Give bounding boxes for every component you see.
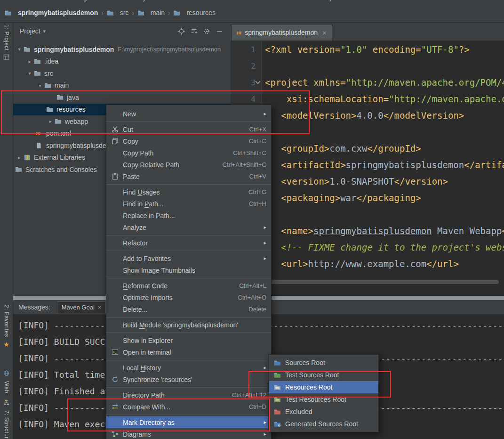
breadcrumb-item-resources[interactable]: resources	[173, 9, 215, 16]
tree-item-src[interactable]: ▾src	[13, 67, 231, 80]
menubar-item-analyze[interactable]: Analyze	[126, 0, 158, 1]
menu-separator	[106, 122, 271, 122]
menu-item-shortcut: Ctrl+Shift+C	[233, 149, 266, 156]
console-tab-maven-goal[interactable]: Maven Goal ×	[57, 301, 106, 313]
context-menu-item-refactor[interactable]: Refactor▸	[106, 237, 271, 249]
mark-directory-as-option-generated-sources-root[interactable]: Generated Sources Root	[269, 418, 378, 430]
menu-item-label: Compare With...	[123, 403, 170, 411]
menubar-item-help[interactable]: Help	[315, 0, 338, 1]
maven-icon: m	[237, 29, 241, 36]
context-menu-item-analyze[interactable]: Analyze▸	[106, 221, 271, 233]
horizontal-scrollbar[interactable]	[264, 280, 499, 284]
context-menu-item-directory-path[interactable]: Directory PathCtrl+Alt+F12	[106, 389, 271, 401]
settings-icon[interactable]	[203, 28, 210, 35]
mark-directory-as-option-test-resources-root[interactable]: Test Resources Root	[269, 393, 378, 406]
editor-area[interactable]: 1234567891011121314 <?xml version="1.0" …	[231, 41, 504, 296]
code-line	[265, 206, 504, 223]
menubar-item-refactor[interactable]: Refactor	[158, 0, 192, 1]
chevron-right-icon[interactable]: ▸	[25, 59, 34, 64]
editor-tab[interactable]: m springmybatisplusdemon ×	[231, 24, 332, 41]
navigation-breadcrumb-bar: springmybatisplusdemon›src›main›resource…	[0, 3, 504, 23]
chevron-down-icon[interactable]: ▾	[25, 71, 34, 76]
menu-item-shortcut: Ctrl+H	[249, 200, 266, 207]
context-menu-item-copy[interactable]: CopyCtrl+C	[106, 135, 271, 147]
mark-directory-as-option-sources-root[interactable]: Sources Root	[269, 357, 378, 369]
tool-stripe-project-button[interactable]: 1: Project	[0, 24, 13, 62]
context-menu-item-replace-in-path[interactable]: Replace in Path...	[106, 210, 271, 221]
context-menu-item-show-in-explorer[interactable]: Show in Explorer	[106, 334, 271, 346]
menu-item-shortcut: Delete	[248, 306, 266, 313]
mark-directory-as-option-excluded[interactable]: Excluded	[269, 406, 378, 418]
menu-item-label: Sources Root	[285, 359, 325, 366]
context-menu-item-local-history[interactable]: Local History▸	[106, 362, 271, 374]
context-menu-item-copy-relative-path[interactable]: Copy Relative PathCtrl+Alt+Shift+C	[106, 159, 271, 171]
menubar-item-build[interactable]: Build	[192, 0, 215, 1]
menubar-item-run[interactable]: Run	[215, 0, 236, 1]
menubar-item-window[interactable]: Window	[283, 0, 316, 1]
tool-stripe-web-button[interactable]: Web	[0, 370, 13, 393]
editor-tab-bar: m springmybatisplusdemon ×	[231, 22, 504, 41]
project-panel-title[interactable]: Project	[20, 27, 40, 35]
tool-stripe-project-label: 1: Project	[3, 24, 10, 51]
breadcrumb-item-springmybatisplusdemon[interactable]: springmybatisplusdemon	[5, 9, 98, 16]
breadcrumb-item-main[interactable]: main	[137, 9, 165, 16]
mark-directory-as-option-resources-root[interactable]: Resources Root	[269, 381, 378, 393]
tree-item-java[interactable]: java	[13, 91, 231, 104]
breadcrumb-item-src[interactable]: src	[107, 9, 129, 16]
context-menu-item-find-in-path[interactable]: Find in Path...Ctrl+H	[106, 198, 271, 210]
context-menu-item-build-module-springmybatisplusdemon[interactable]: Build Module 'springmybatisplusdemon'	[106, 319, 271, 331]
menubar-item-tools[interactable]: Tools	[236, 0, 261, 1]
mark-directory-as-submenu: Sources RootTest Sources RootResources R…	[268, 354, 379, 432]
testsrc-root-icon	[272, 372, 282, 379]
tool-stripe-favorites-button[interactable]: 2: Favorites ★	[0, 305, 13, 349]
tool-stripe-web-label: Web	[3, 381, 10, 393]
folder-icon	[34, 58, 44, 65]
context-menu-item-copy-path[interactable]: Copy PathCtrl+Shift+C	[106, 147, 271, 159]
menubar-item-vcs[interactable]: VCS	[261, 0, 283, 1]
close-icon[interactable]: ×	[98, 304, 102, 311]
chevron-down-icon[interactable]: ▾	[43, 28, 46, 34]
tree-item-label: src	[44, 70, 53, 77]
tool-stripe-structure-button[interactable]: 7: Structure	[0, 399, 13, 439]
context-menu-item-new[interactable]: New▸	[106, 108, 271, 120]
context-menu-item-find-usages[interactable]: Find UsagesCtrl+G	[106, 186, 271, 198]
menubar-item-navigate[interactable]: Navigate	[66, 0, 101, 1]
menubar-item-code[interactable]: Code	[101, 0, 125, 1]
menubar-item-view[interactable]: View	[43, 0, 66, 1]
context-menu-item-cut[interactable]: CutCtrl+X	[106, 123, 271, 135]
context-menu-item-open-in-terminal[interactable]: Open in terminal	[106, 346, 271, 358]
context-menu-item-paste[interactable]: PasteCtrl+V	[106, 171, 271, 182]
menu-item-label: Excluded	[285, 408, 312, 415]
folder-icon	[137, 9, 148, 16]
context-menu-item-optimize-imports[interactable]: Optimize ImportsCtrl+Alt+O	[106, 292, 271, 303]
tree-item-springmybatisplusdemon[interactable]: ▾springmybatisplusdemonF:\myproject\spri…	[13, 43, 231, 56]
hide-panel-icon[interactable]	[216, 28, 223, 35]
context-menu-item-delete[interactable]: Delete...Delete	[106, 303, 271, 315]
context-menu-item-show-image-thumbnails[interactable]: Show Image Thumbnails	[106, 264, 271, 276]
chevron-down-icon[interactable]: ▾	[36, 83, 44, 88]
context-menu-item-synchronize-resources[interactable]: Synchronize 'resources'	[106, 374, 271, 385]
tree-item-idea[interactable]: ▸.idea	[13, 56, 231, 68]
menu-separator	[106, 235, 271, 236]
context-menu-item-add-to-favorites[interactable]: Add to Favorites▸	[106, 252, 271, 264]
menu-item-label: Copy Relative Path	[123, 161, 179, 169]
context-menu-item-compare-with[interactable]: Compare With...Ctrl+D	[106, 401, 271, 413]
tree-item-main[interactable]: ▾main	[13, 80, 231, 92]
code-line: <version>1.0-SNAPSHOT</version>	[265, 173, 504, 190]
chevron-down-icon[interactable]: ▾	[15, 47, 24, 52]
close-icon[interactable]: ×	[322, 29, 327, 37]
mark-directory-as-option-test-sources-root[interactable]: Test Sources Root	[269, 369, 378, 381]
collapse-all-icon[interactable]	[191, 28, 198, 35]
chevron-right-icon[interactable]: ▸	[15, 155, 24, 160]
locate-icon[interactable]	[178, 28, 185, 35]
menubar-item-file[interactable]: File	[3, 0, 23, 1]
chevron-right-icon[interactable]: ▸	[46, 119, 55, 124]
menu-separator	[106, 333, 271, 333]
menubar-item-edit[interactable]: Edit	[23, 0, 43, 1]
context-menu-item-diagrams[interactable]: Diagrams▸	[106, 428, 271, 439]
fold-marker-icon[interactable]	[255, 79, 261, 88]
context-menu-item-reformat-code[interactable]: Reformat CodeCtrl+Alt+L	[106, 280, 271, 292]
context-menu-item-mark-directory-as[interactable]: Mark Directory as▸	[106, 416, 271, 428]
editor-tab-title: springmybatisplusdemon	[245, 29, 318, 36]
menu-item-label: Generated Sources Root	[285, 420, 358, 428]
